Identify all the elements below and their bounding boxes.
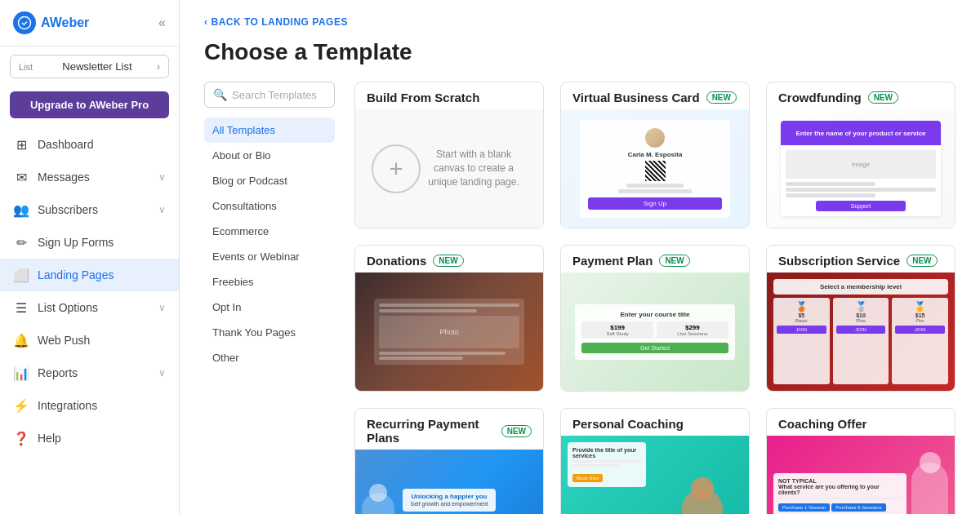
sidebar-item-list-options[interactable]: ☰ List Options ∨: [0, 291, 179, 324]
back-link[interactable]: ‹ BACK TO LANDING PAGES: [204, 16, 956, 28]
line-preview: [626, 184, 684, 188]
new-badge: NEW: [706, 91, 737, 104]
sidebar-collapse-button[interactable]: «: [158, 16, 166, 30]
landing-pages-icon: ⬜: [13, 267, 29, 283]
template-card-donations[interactable]: Donations NEW Photo: [354, 245, 544, 392]
upgrade-button[interactable]: Upgrade to AWeber Pro: [10, 91, 169, 118]
subscribers-icon: 👥: [13, 202, 29, 218]
sidebar-item-label: Landing Pages: [38, 268, 166, 281]
logo: AWeber: [13, 11, 89, 34]
card-header: Personal Coaching: [561, 409, 749, 436]
price-row: $199 Self Study $299 Live Sessions: [581, 321, 728, 339]
sidebar: AWeber « List Newsletter List › Upgrade …: [0, 0, 180, 514]
crowd-banner: Enter the name of your product or servic…: [781, 121, 941, 145]
sidebar-item-label: Sign Up Forms: [38, 236, 166, 249]
template-title: Coaching Offer: [778, 417, 866, 431]
template-preview: Unlocking a happier youSelf growth and e…: [355, 450, 543, 514]
sidebar-item-label: List Options: [38, 301, 150, 314]
list-arrow-icon: ›: [157, 60, 160, 73]
card-header: Recurring Payment Plans NEW: [355, 409, 543, 450]
messages-icon: ✉: [13, 169, 29, 185]
line-preview: [618, 189, 692, 193]
search-icon: 🔍: [213, 88, 227, 101]
card-header: Donations NEW: [355, 246, 543, 273]
list-name: Newsletter List: [62, 60, 131, 73]
new-badge: NEW: [868, 91, 898, 104]
filter-item-other[interactable]: Other: [204, 345, 335, 370]
list-label: List: [19, 62, 33, 72]
sidebar-item-reports[interactable]: 📊 Reports ∨: [0, 357, 179, 389]
template-preview: Carla M. Esposita Sign Up: [561, 109, 749, 228]
filter-item-opt-in[interactable]: Opt In: [204, 295, 335, 320]
logo-icon: [13, 11, 36, 34]
sidebar-item-label: Messages: [38, 171, 150, 184]
preview-mock: Carla M. Esposita Sign Up: [580, 120, 730, 218]
filter-item-ecommerce[interactable]: Ecommerce: [204, 219, 335, 244]
list-selector[interactable]: List Newsletter List ›: [10, 55, 169, 78]
chevron-down-icon: ∨: [158, 204, 166, 215]
template-title: Donations: [367, 254, 426, 268]
avatar-preview: [645, 128, 665, 148]
templates-grid: Build From Scratch + Start with a blank …: [354, 82, 956, 514]
template-preview: Select a membership level 🥉 $5 Basic JOI…: [767, 273, 955, 391]
filter-item-thank-you[interactable]: Thank You Pages: [204, 320, 335, 345]
add-icon: +: [372, 144, 421, 193]
search-box[interactable]: 🔍: [204, 82, 335, 108]
back-text: BACK TO LANDING PAGES: [212, 16, 348, 28]
template-preview: Photo: [355, 273, 543, 391]
line-preview: [786, 182, 876, 186]
template-title: Virtual Business Card: [572, 91, 700, 104]
sign-up-forms-icon: ✏: [13, 234, 29, 250]
sidebar-item-messages[interactable]: ✉ Messages ∨: [0, 161, 179, 193]
template-card-coaching-offer[interactable]: Coaching Offer NOT TYPICALWhat service a…: [766, 408, 956, 514]
template-card-vbc[interactable]: Virtual Business Card NEW Carla M. Espos…: [560, 82, 750, 228]
template-preview: + Start with a blank canvas to create a …: [355, 109, 543, 228]
template-preview: Enter the name of your product or servic…: [767, 109, 955, 228]
new-badge: NEW: [659, 255, 689, 267]
filter-panel: 🔍 All TemplatesAbout or BioBlog or Podca…: [204, 82, 335, 514]
scratch-description: Start with a blank canvas to create a un…: [421, 148, 527, 188]
integrations-icon: ⚡: [13, 397, 29, 414]
btn-preview: Get Started: [581, 343, 728, 353]
preview-inner: Enter your course title $199 Self Study …: [561, 273, 749, 391]
preview-inner: Photo: [355, 273, 543, 391]
template-preview: Enter your course title $199 Self Study …: [561, 273, 749, 391]
navigation: ⊞ Dashboard ✉ Messages ∨ 👥 Subscribers ∨…: [0, 128, 179, 454]
sidebar-item-label: Subscribers: [38, 203, 150, 216]
reports-icon: 📊: [13, 365, 29, 381]
template-card-coaching[interactable]: Personal Coaching Provide the title of y…: [560, 408, 750, 514]
sidebar-item-help[interactable]: ❓ Help: [0, 422, 179, 454]
line-preview: [786, 188, 936, 192]
template-title: Build From Scratch: [367, 91, 479, 104]
card-header: Subscription Service NEW: [767, 246, 955, 273]
template-card-payment[interactable]: Payment Plan NEW Enter your course title…: [560, 245, 750, 392]
sidebar-item-sign-up-forms[interactable]: ✏ Sign Up Forms: [0, 226, 179, 259]
filter-item-all[interactable]: All Templates: [204, 117, 335, 143]
line-preview: [786, 193, 876, 197]
filter-item-blog[interactable]: Blog or Podcast: [204, 168, 335, 193]
btn-preview: Sign Up: [588, 197, 722, 210]
filter-item-consultations[interactable]: Consultations: [204, 193, 335, 219]
list-options-icon: ☰: [13, 299, 29, 316]
filter-item-about[interactable]: About or Bio: [204, 143, 335, 168]
sidebar-item-label: Dashboard: [38, 138, 166, 151]
filter-item-events[interactable]: Events or Webinar: [204, 244, 335, 269]
filter-item-freebies[interactable]: Freebies: [204, 269, 335, 295]
sidebar-item-label: Reports: [38, 366, 150, 379]
sidebar-item-landing-pages[interactable]: ⬜ Landing Pages: [0, 259, 179, 291]
template-card-recurring[interactable]: Recurring Payment Plans NEW Unlocking a …: [354, 408, 544, 514]
search-input[interactable]: [232, 89, 326, 101]
template-title: Recurring Payment Plans: [367, 417, 495, 445]
template-title: Crowdfunding: [778, 91, 862, 104]
back-chevron-icon: ‹: [204, 16, 208, 28]
sidebar-item-integrations[interactable]: ⚡ Integrations: [0, 389, 179, 422]
sidebar-item-dashboard[interactable]: ⊞ Dashboard: [0, 128, 179, 161]
sidebar-item-subscribers[interactable]: 👥 Subscribers ∨: [0, 193, 179, 226]
template-card-scratch[interactable]: Build From Scratch + Start with a blank …: [354, 82, 544, 228]
template-card-subscription[interactable]: Subscription Service NEW Select a member…: [766, 245, 956, 392]
filter-list: All TemplatesAbout or BioBlog or Podcast…: [204, 117, 335, 370]
template-card-crowd[interactable]: Crowdfunding NEW Enter the name of your …: [766, 82, 956, 228]
new-badge: NEW: [501, 425, 532, 437]
new-badge: NEW: [906, 255, 937, 267]
sidebar-item-web-push[interactable]: 🔔 Web Push: [0, 324, 179, 357]
